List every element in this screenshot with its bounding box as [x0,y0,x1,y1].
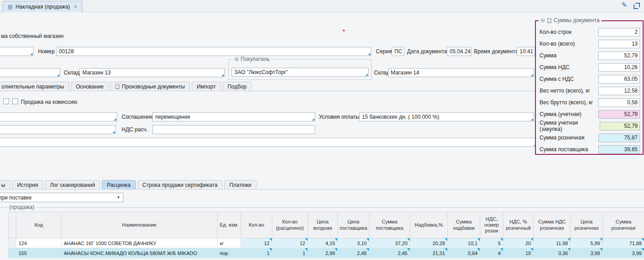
grid-cell[interactable]: 1 [241,248,272,258]
grid-cell[interactable]: 4,15 [308,238,338,248]
grid-column-header[interactable]: Кол-во [241,212,272,238]
grid-cell[interactable]: 37,20 [369,238,410,248]
grid-cell[interactable]: 12 [272,238,308,248]
form-tab-strip: олнительные параметры Основание Производ… [0,82,251,91]
fullscreen-icon[interactable] [634,3,640,9]
grid-cell[interactable]: 3,99 [571,248,603,258]
tab-scan-log[interactable]: Лог сканирований [45,180,100,190]
grid-cell[interactable]: АНАНАС 1КГ 1000 СОВЕТОВ ДАЧНИКУ [62,238,218,248]
left-cut-field-1[interactable] [0,47,33,56]
grid-cell[interactable]: 10,1 [448,238,480,248]
grid-column-header[interactable]: Код [16,212,62,238]
left-cut-checkbox[interactable] [3,98,9,104]
grid-cell[interactable]: 3,10 [338,238,369,248]
grid-cell[interactable]: 20 [503,238,534,248]
agreement-input[interactable]: перемещение [152,112,315,121]
grid-cell[interactable]: 71,88 [603,238,644,248]
sale-group-title: (продажа) [7,204,36,210]
grid-cell[interactable]: 2,99 [308,248,338,258]
grid-cell[interactable]: кг [218,238,241,248]
warehouse-from-input[interactable]: Магазин 13 [80,68,225,77]
sums-value[interactable]: 10,26 [598,63,640,72]
grid-column-header[interactable]: Ед. изм. [218,212,241,238]
grid-cell[interactable]: 5 [480,238,503,248]
grid-cell[interactable]: 2,45 [338,248,369,258]
grid-cell[interactable]: 124 [16,238,62,248]
series-input[interactable]: ПС [392,47,404,56]
tab-selection[interactable]: Подбор [223,82,251,91]
tab-certificate-sale-line[interactable]: Строка продажи сертификата [137,180,223,190]
grid-column-header[interactable]: Кол-во (расценено) [272,212,308,238]
grid-cell[interactable]: 11,98 [534,238,571,248]
tab-derived-documents[interactable]: Производные документы [110,82,190,91]
grid-column-header[interactable]: Сумма розничная [603,212,644,238]
grid-row-selected[interactable]: 155 АНАНАСЫ КОНС.МИКАДО КОЛЬЦА 580МЛ Ж/Б… [9,248,644,258]
left-cut-field-2[interactable] [0,68,60,77]
doc-time-input[interactable]: 10:41 [517,47,535,56]
tab-payments[interactable]: Платежи [224,180,256,190]
edit-pencil-icon[interactable]: ✎ [621,1,627,9]
tab-cut[interactable]: ы [0,180,10,190]
sums-value-purchase[interactable]: 52,79 [600,122,640,130]
tab-basis[interactable]: Основание [71,82,109,91]
grid-column-header[interactable]: Надбавка,% [410,212,448,238]
grid-column-header[interactable]: Цена поставщика [338,212,369,238]
grid-column-header[interactable]: Сумма НДС розничная [534,212,571,238]
commission-checkbox[interactable] [12,98,18,104]
sums-value-supplier[interactable]: 39,65 [598,145,640,154]
collapse-icon[interactable]: ⊖ [234,56,239,62]
grid-cell[interactable]: 20,28 [410,238,448,248]
grid-cell[interactable]: 4 [480,248,503,258]
grid-column-header[interactable]: Наименование [62,212,218,238]
buyer-input[interactable]: ЗАО "ЛюксСофтТорг" [232,68,369,77]
grid-cell[interactable]: 21,31 [410,248,448,258]
tab-pricing[interactable]: Расценка [102,180,136,190]
grid-cell[interactable]: 0,64 [448,248,480,258]
grid-cell[interactable]: 12 [241,238,272,248]
grid-cell[interactable]: 1 [272,248,308,258]
grid-cell[interactable]: 10 [503,248,534,258]
grid-column-header[interactable]: Сумма поставщика [369,212,410,238]
sums-value[interactable]: 63,05 [598,75,640,84]
number-input[interactable]: 00128 [56,47,371,56]
tab-invoice-sale[interactable]: ▤ Накладная (продажа) × [3,1,82,12]
sums-value-retail[interactable]: 75,87 [598,134,640,142]
grid-cell[interactable]: 0,36 [534,248,571,258]
grid-cell[interactable]: 2,45 [369,248,410,258]
sums-value[interactable]: 12,58 [598,87,640,95]
tab-history[interactable]: История [12,180,43,190]
doc-date-input[interactable]: 05.04.24 [447,47,472,56]
comment-field[interactable] [0,138,537,147]
tab-import[interactable]: Импорт [192,82,221,91]
payment-terms-input[interactable]: 15 банковских дн. ( 100.000 %) [359,112,534,121]
sums-value[interactable]: 2 [598,28,640,37]
sums-row: Сумма учетная (закупка) 52,79 [540,121,640,131]
grid-column-header[interactable]: Цена входная [308,212,338,238]
vat-calc-input[interactable] [152,125,315,134]
warehouse-to-input[interactable]: Магазин 14 [388,68,534,77]
tab-additional-params[interactable]: олнительные параметры [0,82,69,91]
tab-close-icon[interactable]: × [74,4,77,10]
grid-cell[interactable]: 155 [16,248,62,258]
grid-column-header[interactable]: НДС, номер розни [480,212,503,238]
sums-value[interactable]: 0,58 [598,98,640,107]
row-selector[interactable] [9,248,16,258]
row-selector[interactable] [9,238,16,248]
grid-cell[interactable]: 3,99 [603,248,644,258]
sums-value[interactable]: 13 [598,40,640,48]
sums-value[interactable]: 52,79 [598,51,640,60]
sums-value-accounting[interactable]: 52,79 [598,110,640,119]
grid-column-header[interactable]: Сумма надбавки [448,212,480,238]
grid-cell[interactable]: АНАНАСЫ КОНС.МИКАДО КОЛЬЦА 580МЛ Ж/Б MIK… [62,248,218,258]
grid-row[interactable]: 124 АНАНАС 1КГ 1000 СОВЕТОВ ДАЧНИКУ кг 1… [9,238,644,248]
grid-cell[interactable]: пор. [218,248,241,258]
sums-row: Сумма (учетная) 52,79 [540,109,640,120]
collapse-icon[interactable]: ⊖ [540,18,545,23]
pricing-mode-dropdown[interactable]: при поставке ▼ [0,193,123,202]
grid-column-header[interactable]: НДС, % розничный [503,212,534,238]
grid-cell[interactable]: 5,99 [571,238,603,248]
warehouse-to-label: Склад [374,70,390,76]
grid-column-header[interactable]: Цена розничная [571,212,603,238]
left-cut-field-3[interactable] [0,112,117,121]
left-cut-field-4[interactable] [0,125,116,134]
